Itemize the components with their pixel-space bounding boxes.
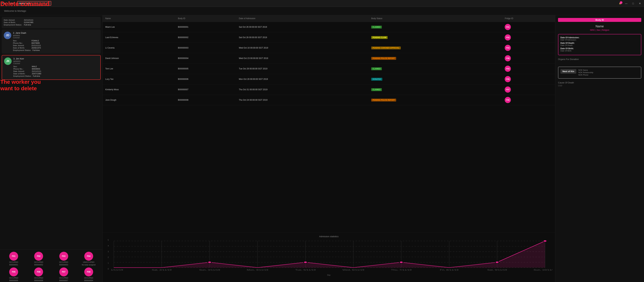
body-id-badge: Body ID (558, 18, 641, 22)
y-tick-2: 2 (108, 256, 109, 258)
cell-status-1: PENDING CLAIM (368, 32, 502, 43)
fridge-f01[interactable]: F01 OCCUPIED B00000001 (2, 252, 25, 266)
fridge-f03[interactable]: F03 OCCUPIED B00000003 (52, 252, 75, 266)
fridge-f04-status: UNOCCUPIED (83, 261, 94, 263)
close-button[interactable]: ✕ (638, 1, 642, 6)
table-row[interactable]: Lauii Echevea B00000002 Sat Oct 26 00:00… (102, 32, 555, 43)
w1-dob-value: 01/04/1985 (24, 21, 33, 24)
svg-text:Sun, 10/11/19: Sun, 10/11/19 (534, 269, 552, 271)
fridge-badge-5: F05 (505, 76, 511, 82)
fridge-f02-status: OCCUPIED (34, 261, 43, 263)
cell-bodyid-5: B00000006 (175, 74, 236, 84)
cell-bodyid-4: B00000005 (175, 64, 236, 74)
fridge-f07-body: B00000007 (59, 280, 68, 282)
fridge-f07-status: OCCUPIED (59, 277, 68, 279)
y-tick-3: 3 (108, 251, 109, 252)
col-header-fridge: Fridge ID (502, 15, 555, 22)
svg-point-28 (400, 261, 403, 263)
cell-status-0: CLAIMED (368, 22, 502, 32)
notification-bell[interactable]: 🔔 1 (619, 2, 622, 4)
svg-text:Sat, 9/11/19: Sat, 9/11/19 (487, 269, 507, 271)
worker-2-role: Coroner (13, 36, 98, 39)
fridge-badge-1: F02 (505, 34, 511, 40)
svg-text:Thu, 7/11/19: Thu, 7/11/19 (391, 269, 412, 271)
fridge-f06-body: B00000008 (34, 280, 43, 282)
table-row[interactable]: Kimberly Moss B00000007 Thu Oct 31 00:00… (102, 84, 555, 95)
fridge-badge-3: F08 (505, 55, 511, 61)
fridges-section: F01 OCCUPIED B00000001 F02 OCCUPIED B000… (0, 250, 102, 282)
cell-admission-0: Sat Oct 26 00:00:00 SGT 2019 (236, 22, 369, 32)
cell-bodyid-6: B00000007 (175, 84, 236, 95)
table-row[interactable]: Jane Dough B00000008 Thu Oct 24 00:00:00… (102, 95, 555, 105)
worker-card-2[interactable]: JD 2. Jane Daah W00002 Coroner Sex:FEMAL… (2, 30, 101, 54)
cell-admission-5: Mon Oct 28 00:00:00 SGT 2019 (236, 74, 369, 84)
details-panel: Body ID Name NRIC | Sex | Religion Date … (555, 15, 644, 282)
table-row[interactable]: Tom Lee B00000005 Tue Oct 29 00:00:00 SG… (102, 64, 555, 74)
fridge-f01-body: B00000001 (10, 264, 18, 266)
chart-y-axis: 5 4 3 2 1 0 (105, 239, 109, 273)
table-row[interactable]: Li Ceveria B00000003 Wed Oct 16 00:00:00… (102, 43, 555, 53)
w2-phone-lbl: Phone No.: (13, 42, 30, 44)
cell-status-6: CLAIMED (368, 84, 502, 95)
status-badge-1: PENDING CLAIM (371, 36, 388, 39)
fridge-f04-circle: F04 (84, 252, 93, 261)
fridge-f03-circle: F03 (59, 252, 68, 261)
fridge-f05-body: B00000006 (10, 280, 18, 282)
doa-value: Date Of Admission: (560, 39, 639, 41)
y-tick-0: 0 (108, 268, 109, 270)
w3-emp-lbl: Employment Status: (13, 75, 32, 77)
bodies-table-container[interactable]: Name Body ID Date of Admission Body Stat… (102, 15, 555, 232)
table-header-row: Name Body ID Date of Admission Body Stat… (102, 15, 555, 22)
nok-title: Next of Kin (560, 69, 576, 74)
menu-file[interactable]: File (2, 2, 6, 4)
w2-emp-val: Full-time (32, 49, 40, 51)
svg-text:Tue, 5/11/19: Tue, 5/11/19 (295, 269, 316, 271)
bodies-table: Name Body ID Date of Admission Body Stat… (102, 15, 555, 105)
table-row[interactable]: David Johnson B00000004 Wed Oct 23 00:00… (102, 53, 555, 64)
worker-3-info: 3. Jim Kerr W00003 Coroner Sex:MALE Phon… (13, 58, 98, 78)
fridge-f04-body: No body assigned (82, 264, 96, 266)
fridge-f06-circle: F06 (34, 268, 43, 276)
title-bar-right: 🔔 1 — □ ✕ (619, 1, 642, 6)
table-row[interactable]: Miami Lee B00000001 Sat Oct 26 00:00:00 … (102, 22, 555, 32)
fridge-f06-status: OCCUPIED (34, 277, 43, 279)
worker-3-number-name: 3. Jim Kerr (13, 58, 98, 60)
nok-phone-row: NOK Phone (578, 74, 593, 76)
nok-box: Next of Kin NOK Name NOK Relationship NO… (558, 67, 641, 78)
dod-label: Date Of Death: (560, 42, 639, 44)
religion-label: Religion (602, 29, 609, 31)
title-bar: File Help 🔔 1 — □ ✕ (0, 0, 644, 7)
cell-admission-6: Thu Oct 31 00:00:00 SGT 2019 (236, 84, 369, 95)
fridge-f08-status: OCCUPIED (84, 277, 93, 279)
fridge-f02[interactable]: F02 OCCUPIED B00000002 (27, 252, 50, 266)
w3-joined-lbl: Date Joined: (13, 70, 30, 72)
minimize-button[interactable]: — (624, 1, 628, 6)
fridge-badge-2: F03 (505, 45, 511, 51)
fridge-f08[interactable]: F08 OCCUPIED B00000004 (77, 268, 100, 282)
col-header-bodyid: Body ID (175, 15, 236, 22)
command-input[interactable] (17, 1, 51, 6)
menu-help[interactable]: Help (9, 2, 14, 4)
cell-fridge-4: F03 (502, 64, 555, 74)
cell-bodyid-1: B00000002 (175, 32, 236, 43)
fridge-f04[interactable]: F04 UNOCCUPIED No body assigned (77, 252, 100, 266)
worker-card-3[interactable]: JK 3. Jim Kerr W00003 Coroner Sex:MALE P… (2, 55, 101, 80)
w3-dob-val: 20/07/1980 (32, 73, 41, 75)
nok-relationship-row: NOK Relationship (578, 72, 593, 74)
fridges-grid: F01 OCCUPIED B00000001 F02 OCCUPIED B000… (2, 252, 100, 282)
svg-text:Fri, 1/11/19: Fri, 1/11/19 (110, 269, 123, 271)
worker-card-1[interactable]: Date Joined:21/11/1111 Date of Birth:01/… (2, 17, 101, 28)
fridge-f06[interactable]: F06 OCCUPIED B00000008 (27, 268, 50, 282)
cell-status-2: PENDING CORONER APPROVAL (368, 43, 502, 53)
fridge-f05[interactable]: F05 OCCUPIED B00000006 (2, 268, 25, 282)
w3-sex-val: MALE (32, 66, 37, 68)
worker-2-avatar: JD (4, 32, 11, 39)
left-panel: Date Joined:21/11/1111 Date of Birth:01/… (0, 15, 102, 282)
fridge-f03-body: B00000003 (59, 264, 68, 266)
fridge-f07[interactable]: F07 OCCUPIED B00000007 (52, 268, 75, 282)
maximize-button[interactable]: □ (631, 1, 635, 6)
cell-admission-3: Wed Oct 23 00:00:00 SGT 2019 (236, 53, 369, 64)
w3-phone-val: 88908855 (32, 68, 40, 70)
table-row[interactable]: Lucy Tan B00000006 Mon Oct 28 00:00:00 S… (102, 74, 555, 84)
fridge-f08-circle: F08 (84, 268, 93, 276)
